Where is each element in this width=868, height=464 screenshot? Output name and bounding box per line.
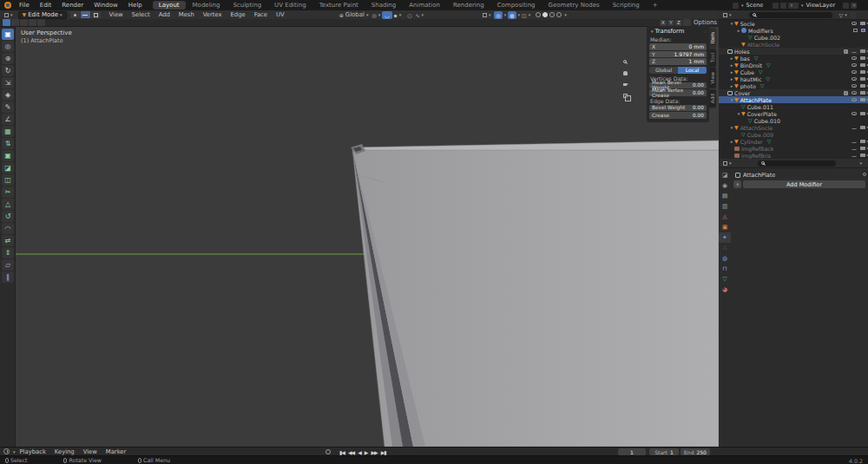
pivot-point-dropdown[interactable]: ◎▾ (371, 11, 383, 19)
timeline-menu-marker[interactable]: Marker (102, 448, 131, 455)
viewport-menu-select[interactable]: Select (128, 11, 155, 18)
outliner-item-label[interactable]: Cube.011 (747, 104, 773, 110)
snap-settings-dropdown[interactable]: ▪▾ (392, 11, 404, 19)
move-tool[interactable]: ⊕ (2, 53, 14, 64)
auto-key-record-button[interactable] (326, 449, 331, 454)
disable-render-camera-icon[interactable] (860, 140, 865, 143)
outliner-item-label[interactable]: Cover (734, 90, 750, 96)
viewport-menu-edge[interactable]: Edge (227, 11, 250, 18)
workspace-tab-shading[interactable]: Shading (365, 1, 402, 10)
camera-view-icon[interactable] (621, 80, 630, 89)
median-x-field[interactable]: X0 mm (649, 43, 707, 50)
outliner-row-holes[interactable]: Holes✓ (719, 48, 868, 55)
snap-base-icon[interactable] (683, 19, 691, 26)
disable-render-camera-icon[interactable] (860, 70, 865, 74)
select-mode-subtract-button[interactable] (20, 19, 28, 26)
outliner-row-cube.011[interactable]: ▽Cube.011 (719, 103, 868, 110)
hide-viewport-eye-icon[interactable] (852, 84, 857, 88)
knife-tool[interactable]: ✂ (2, 186, 14, 198)
display-toggle-on-icon[interactable] (861, 29, 865, 32)
cursor-tool[interactable]: ◎ (2, 41, 14, 52)
disable-render-camera-icon[interactable] (860, 154, 865, 157)
hide-viewport-eye-icon[interactable] (852, 70, 857, 74)
rendered-shading-button[interactable] (556, 12, 562, 17)
show-overlays-toggle[interactable]: ◍ (508, 11, 516, 19)
workspace-tab-scripting[interactable]: Scripting (607, 1, 646, 10)
timeline-menu-keying[interactable]: Keying (50, 448, 79, 455)
outliner-item-label[interactable]: bas (740, 56, 750, 62)
outliner-row-cube.002[interactable]: ▽Cube.002 (719, 34, 868, 41)
scale-tool[interactable]: ⇲ (2, 77, 14, 88)
snap-toggle[interactable]: ◡ (382, 11, 391, 19)
viewport-menu-vertex[interactable]: Vertex (199, 11, 227, 18)
pin-id-icon[interactable] (863, 173, 866, 176)
frame-end-field[interactable]: End250 (681, 448, 710, 455)
outliner-item-label[interactable]: BinDroit (740, 62, 762, 69)
collection-checkbox[interactable]: ✓ (844, 49, 848, 54)
menu-file[interactable]: File (14, 0, 35, 10)
viewport-menu-uv[interactable]: UV (272, 11, 289, 18)
outliner-row-socle[interactable]: ▾▼Socle (719, 20, 868, 27)
xray-toggle[interactable]: ◫▾ (520, 11, 532, 19)
play-reverse-button[interactable]: ◀ (356, 449, 363, 455)
workspace-tab-layout[interactable]: Layout (153, 1, 186, 10)
display-toggle-icon[interactable] (853, 29, 858, 32)
outliner-item-label[interactable]: Holes (734, 49, 750, 55)
jump-to-start-button[interactable]: ▮◀ (338, 449, 346, 455)
object-tab[interactable]: ▣ (719, 222, 731, 232)
menu-help[interactable]: Help (123, 0, 148, 10)
frame-start-field[interactable]: Start1 (649, 448, 679, 455)
disable-render-camera-icon[interactable] (860, 147, 865, 150)
select-mode-extend-button[interactable] (11, 19, 19, 26)
wireframe-shading-button[interactable] (536, 12, 541, 17)
outliner-row-attachsocle[interactable]: ▾▼AttachSocle (719, 124, 868, 131)
disable-render-camera-icon[interactable] (860, 77, 865, 81)
median-z-field[interactable]: Z1 mm (649, 58, 707, 65)
outliner-row-coverplate[interactable]: ▾▼CoverPlate (719, 110, 868, 117)
new-collection-icon[interactable] (850, 12, 856, 18)
outliner-item-label[interactable]: Cube (740, 69, 754, 75)
shear-tool[interactable]: ▱ (2, 259, 14, 271)
scene-name[interactable]: Scene (746, 2, 764, 9)
outliner-item-label[interactable]: hautMic (740, 76, 762, 82)
outliner-item-label[interactable]: CoverPlate (747, 111, 777, 117)
timeline-menu-playback[interactable]: Playback (16, 448, 50, 455)
outliner-item-label[interactable]: AttachSocle (747, 42, 779, 48)
pin-icon[interactable] (773, 3, 779, 9)
panel-drag-dots-icon[interactable]: ∷ (704, 29, 707, 34)
rip-region-tool[interactable]: ∥ (2, 271, 14, 283)
properties-filter-dropdown[interactable]: ▾ (860, 160, 863, 166)
global-space-button[interactable]: Global (649, 67, 678, 74)
viewport-menu-face[interactable]: Face (250, 11, 272, 18)
viewport-menu-view[interactable]: View (105, 11, 128, 18)
edge-slide-tool[interactable]: ⇄ (2, 235, 14, 246)
show-gizmo-toggle[interactable]: ◎ (494, 11, 502, 19)
hide-viewport-eye-icon[interactable] (852, 63, 857, 67)
constraints-tab[interactable]: ⊓ (719, 264, 731, 274)
play-button[interactable]: ▶ (363, 449, 370, 455)
viewport-canvas[interactable]: User Perspective (1) AttachPlate (16, 27, 719, 447)
mirror-x-toggle[interactable]: X (660, 20, 667, 26)
view-layer-selector[interactable]: ▾ ViewLayer (792, 0, 858, 10)
new-scene-icon[interactable] (780, 3, 786, 9)
npanel-tab-item[interactable]: Item (709, 28, 716, 48)
hidden-eye-closed-icon[interactable] (852, 127, 857, 129)
scene-tab[interactable]: ◬ (719, 212, 731, 222)
current-frame-field[interactable]: 1 (618, 448, 646, 455)
hide-viewport-eye-icon[interactable] (852, 112, 857, 115)
hidden-eye-closed-icon[interactable] (852, 154, 857, 157)
shrink-fatten-tool[interactable]: ⇕ (2, 247, 14, 258)
workspace-tab-compositing[interactable]: Compositing (491, 1, 542, 10)
add-cube-tool[interactable]: ▦ (2, 126, 14, 137)
disable-render-camera-icon[interactable] (860, 56, 865, 60)
crease-field[interactable]: Crease0.00 (649, 112, 707, 119)
outliner-row-modifiers[interactable]: ▸Modifiers (719, 27, 868, 34)
solid-shading-button[interactable] (542, 12, 548, 17)
outliner-item-label[interactable]: AttachPlate (740, 97, 772, 103)
disable-render-camera-icon[interactable] (860, 126, 865, 129)
breadcrumb-object-name[interactable]: AttachPlate (743, 172, 775, 179)
collection-checkbox[interactable]: ✓ (844, 91, 848, 95)
face-select-mode-button[interactable] (91, 11, 101, 18)
menu-window[interactable]: Window (89, 0, 123, 10)
npanel-tab-tool[interactable]: Tool (709, 49, 716, 67)
